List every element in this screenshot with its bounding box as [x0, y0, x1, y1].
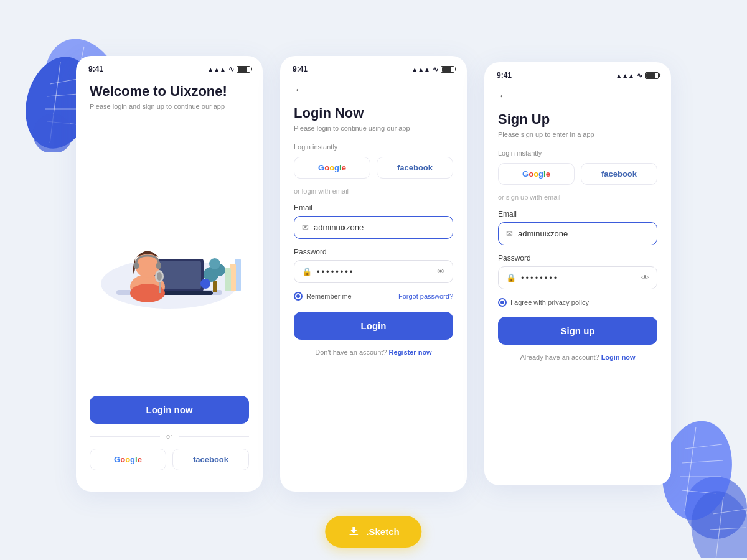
status-bar-3: 9:41 ▲▲▲ ∿: [484, 62, 671, 83]
facebook-label-signup: facebook: [601, 169, 637, 179]
time-2: 9:41: [293, 65, 308, 73]
signup-instantly-label: Login instantly: [498, 149, 657, 157]
welcome-card: 9:41 ▲▲▲ ∿ Welcome to Uixzone! Please lo…: [76, 56, 263, 492]
login-subtitle: Please login to continue using our app: [294, 124, 453, 132]
signup-button[interactable]: Sign up: [498, 317, 657, 345]
privacy-label: I agree with privacy policy: [510, 299, 589, 306]
google-button-login[interactable]: Google: [294, 157, 370, 179]
email-input-wrapper-signup: ✉: [498, 222, 657, 245]
status-icons-1: ▲▲▲ ∿: [207, 65, 250, 73]
password-input-login[interactable]: [317, 267, 432, 276]
email-icon-login: ✉: [302, 223, 309, 232]
google-label-signup: Google: [522, 169, 550, 179]
status-bar-1: 9:41 ▲▲▲ ∿: [76, 56, 263, 77]
privacy-radio[interactable]: [498, 298, 507, 307]
battery-icon-3: [645, 72, 659, 79]
battery-icon-1: [237, 66, 250, 73]
time-3: 9:41: [497, 71, 512, 80]
sketch-label: .Sketch: [366, 526, 399, 537]
facebook-button-welcome[interactable]: facebook: [172, 449, 249, 470]
social-row-login: Google facebook: [294, 157, 453, 179]
facebook-label-welcome: facebook: [193, 455, 228, 464]
download-icon: [347, 525, 360, 539]
cards-container: 9:41 ▲▲▲ ∿ Welcome to Uixzone! Please lo…: [0, 0, 747, 560]
email-input-login[interactable]: [314, 223, 445, 232]
social-row-signup: Google facebook: [498, 163, 657, 185]
password-label-signup: Password: [498, 254, 657, 263]
forgot-password-link[interactable]: Forgot password?: [398, 292, 453, 300]
lock-icon-signup: 🔒: [506, 273, 516, 282]
remember-label: Remember me: [306, 292, 352, 300]
google-button-welcome[interactable]: Google: [90, 449, 166, 470]
back-button-login[interactable]: ←: [294, 83, 453, 96]
or-email-login: or login with email: [294, 187, 453, 195]
sketch-download-button[interactable]: .Sketch: [325, 516, 421, 548]
or-email-signup: or sign up with email: [498, 194, 657, 201]
password-input-wrapper-login: 🔒 👁: [294, 260, 453, 283]
signal-icon-3: ▲▲▲: [616, 72, 634, 79]
welcome-subtitle: Please login and sign up to continue our…: [90, 103, 249, 110]
or-divider-1: or: [90, 432, 249, 440]
remember-row-login: Remember me Forgot password?: [294, 292, 453, 301]
google-button-signup[interactable]: Google: [498, 163, 575, 185]
signup-subtitle: Please sign up to enter in a app: [498, 131, 657, 138]
svg-point-12: [33, 114, 73, 152]
welcome-title: Welcome to Uixzone!: [90, 83, 249, 100]
wifi-icon-1: ∿: [228, 65, 234, 73]
password-label-login: Password: [294, 248, 453, 256]
privacy-row: I agree with privacy policy: [498, 298, 657, 307]
email-label-login: Email: [294, 203, 453, 212]
facebook-button-signup[interactable]: facebook: [581, 163, 657, 185]
email-label-signup: Email: [498, 210, 657, 218]
email-input-signup[interactable]: [518, 229, 649, 238]
svg-rect-45: [349, 534, 358, 535]
battery-icon-2: [441, 66, 454, 73]
svg-rect-32: [134, 263, 139, 269]
signup-title: Sign Up: [498, 111, 657, 128]
svg-point-40: [209, 258, 220, 269]
eye-icon-signup[interactable]: 👁: [641, 273, 649, 282]
facebook-label-login: facebook: [397, 163, 433, 172]
remember-me-group: Remember me: [294, 292, 352, 301]
lock-icon-login: 🔒: [302, 267, 312, 276]
svg-rect-44: [225, 268, 231, 291]
status-icons-3: ▲▲▲ ∿: [616, 72, 659, 80]
login-now-button[interactable]: Login now: [90, 396, 249, 424]
google-label-welcome: Google: [114, 455, 142, 464]
or-text-1: or: [166, 432, 172, 440]
google-label-login: Google: [318, 163, 346, 172]
email-icon-signup: ✉: [506, 229, 513, 238]
svg-point-41: [200, 279, 210, 289]
eye-icon-login[interactable]: 👁: [437, 267, 445, 276]
login-button[interactable]: Login: [294, 312, 453, 340]
login-body: ← Login Now Please login to continue usi…: [280, 77, 467, 492]
welcome-body: Welcome to Uixzone! Please login and sig…: [76, 77, 263, 492]
signal-icon-1: ▲▲▲: [207, 66, 226, 73]
signup-card: 9:41 ▲▲▲ ∿ ← Sign Up Please sign up to e…: [484, 62, 671, 485]
back-button-signup[interactable]: ←: [498, 90, 657, 103]
svg-rect-37: [213, 281, 217, 292]
status-icons-2: ▲▲▲ ∿: [411, 65, 454, 73]
login-title: Login Now: [294, 105, 453, 121]
signup-body: ← Sign Up Please sign up to enter in a a…: [484, 83, 671, 485]
welcome-illustration: [90, 128, 249, 390]
wifi-icon-2: ∿: [433, 65, 438, 73]
register-now-link[interactable]: Register now: [389, 348, 432, 356]
login-instantly-label: Login instantly: [294, 143, 453, 151]
signal-icon-2: ▲▲▲: [411, 66, 430, 73]
social-row-welcome: Google facebook: [90, 449, 249, 470]
svg-point-36: [157, 272, 162, 281]
wifi-icon-3: ∿: [637, 72, 642, 80]
password-input-wrapper-signup: 🔒 👁: [498, 266, 657, 289]
login-card: 9:41 ▲▲▲ ∿ ← Login Now Please login to c…: [280, 56, 467, 492]
facebook-button-login[interactable]: facebook: [377, 157, 453, 179]
have-account-text: Already have an account? Login now: [498, 353, 657, 361]
status-bar-2: 9:41 ▲▲▲ ∿: [280, 56, 467, 77]
password-input-signup[interactable]: [521, 273, 636, 282]
no-account-text: Don't have an account? Register now: [294, 348, 453, 356]
email-input-wrapper-login: ✉: [294, 216, 453, 239]
time-1: 9:41: [88, 65, 103, 73]
login-now-link[interactable]: Login now: [601, 353, 636, 361]
remember-radio[interactable]: [294, 292, 303, 301]
svg-rect-33: [156, 263, 161, 269]
